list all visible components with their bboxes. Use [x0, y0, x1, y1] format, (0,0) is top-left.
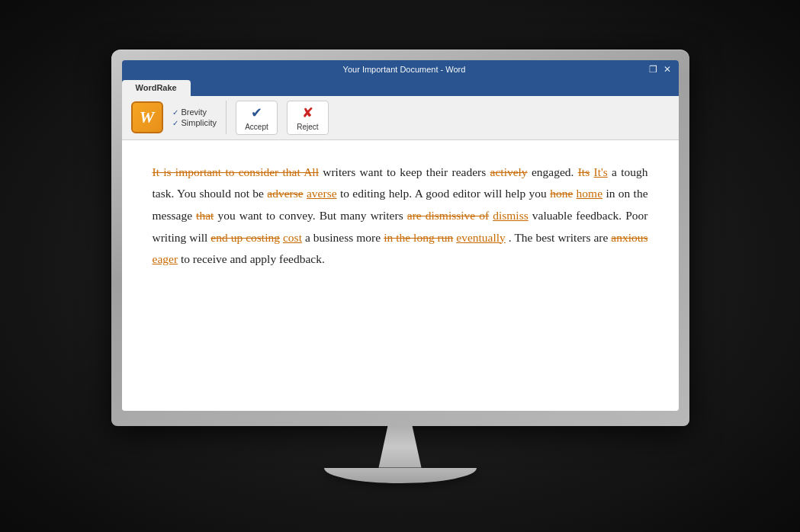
text-strike-actively: actively — [490, 165, 528, 178]
text-normal-10: to receive and apply feedback. — [181, 252, 325, 265]
monitor-neck — [370, 426, 431, 468]
text-strike-adverse: adverse — [267, 187, 303, 200]
title-bar: Your Important Document - Word ❒ ✕ — [122, 60, 679, 79]
tab-wordrake[interactable]: WordRake — [122, 80, 191, 96]
text-ul-averse: averse — [307, 187, 337, 200]
window-title: Your Important Document - Word — [160, 65, 649, 74]
checkboxes-group: ✓ Brevity ✓ Simplicity — [172, 107, 217, 127]
text-strike-its: Its — [578, 165, 590, 178]
text-normal-6: you want to convey. But many writers — [217, 209, 406, 222]
text-ul-cost: cost — [283, 231, 302, 244]
check-icon-simplicity: ✓ — [172, 119, 178, 127]
ribbon: WordRake W ✓ Brevity ✓ — [122, 79, 679, 140]
accept-icon: ✔ — [251, 104, 262, 121]
brevity-label: Brevity — [182, 107, 207, 117]
text-ul-its: It's — [593, 165, 607, 178]
text-strike-that: that — [196, 209, 214, 222]
simplicity-label: Simplicity — [182, 118, 217, 127]
restore-button[interactable]: ❒ — [649, 64, 657, 75]
reject-icon: ✘ — [302, 104, 313, 121]
wordrake-logo: W — [131, 101, 163, 133]
screen: Your Important Document - Word ❒ ✕ WordR… — [122, 60, 679, 411]
document-body: It is important to consider that All wri… — [122, 140, 679, 411]
close-button[interactable]: ✕ — [663, 64, 671, 75]
text-strike-1: It is important to consider that All — [153, 165, 319, 178]
ribbon-divider — [226, 101, 227, 134]
text-normal-2: engaged. — [532, 165, 578, 178]
text-strike-costing: end up costing — [210, 231, 280, 244]
text-normal-9: . The best writers are — [509, 231, 612, 244]
text-normal-8: a business more — [305, 231, 384, 244]
text-ul-eager: eager — [153, 252, 178, 265]
reject-button[interactable]: ✘ Reject — [287, 101, 329, 135]
monitor-bezel: Your Important Document - Word ❒ ✕ WordR… — [111, 50, 689, 426]
text-strike-dismissive: are dismissive of — [407, 209, 489, 222]
reject-label: Reject — [297, 123, 318, 131]
ribbon-tab-bar: WordRake — [122, 79, 679, 96]
checkbox-simplicity[interactable]: ✓ Simplicity — [172, 118, 217, 127]
text-ul-home: home — [577, 187, 602, 200]
text-strike-hone: hone — [550, 187, 573, 200]
text-normal-1: writers want to keep their readers — [323, 165, 490, 178]
logo-letter: W — [140, 107, 155, 127]
text-normal-4: to editing help. A good editor will help… — [340, 187, 550, 200]
text-strike-anxious: anxious — [611, 231, 647, 244]
accept-button[interactable]: ✔ Accept — [236, 101, 278, 135]
text-ul-eventually: eventually — [456, 231, 506, 244]
text-strike-longrun: in the long run — [384, 231, 453, 244]
monitor-base — [324, 468, 477, 483]
paragraph-1: It is important to consider that All wri… — [153, 162, 648, 271]
monitor-wrapper: Your Important Document - Word ❒ ✕ WordR… — [111, 50, 689, 483]
ribbon-content: W ✓ Brevity ✓ Simplicity — [122, 96, 679, 139]
check-icon-brevity: ✓ — [172, 108, 178, 117]
accept-label: Accept — [245, 123, 268, 131]
checkbox-brevity[interactable]: ✓ Brevity — [172, 107, 217, 117]
text-ul-dismiss: dismiss — [493, 209, 529, 222]
title-bar-controls: ❒ ✕ — [649, 64, 671, 75]
